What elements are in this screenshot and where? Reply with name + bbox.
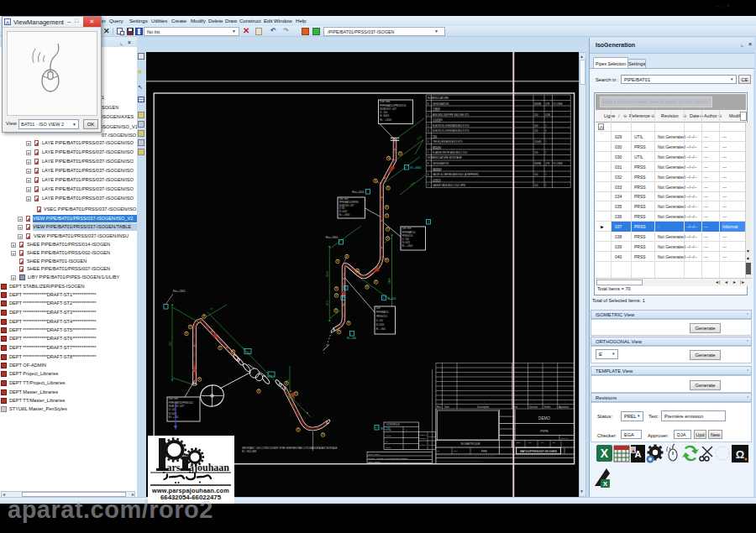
svg-text:ars: ars xyxy=(167,462,181,473)
svg-text:Traitem.: Traitem. xyxy=(420,434,427,436)
svg-text:Visuel: Visuel xyxy=(386,435,391,437)
svg-text:-: - xyxy=(449,400,449,404)
svg-text:FLANGE WN RF ANSI B16.5 150#: FLANGE WN RF ANSI B16.5 150# xyxy=(433,151,468,154)
svg-text:DESIGNATION: DESIGNATION xyxy=(433,102,449,106)
svg-text:X: X xyxy=(601,447,609,460)
svg-text:ELBOW 45 LR BW ANSI B16.9 STD: ELBOW 45 LR BW ANSI B16.9 STD xyxy=(433,129,470,133)
svg-text:TUBES: TUBES xyxy=(433,107,440,111)
svg-text:Ω: Ω xyxy=(736,448,744,461)
svg-text:Dessin : PIPE/BAT01/PRSS/037-: Dessin : PIPE/BAT01/PRSS/037-ISOGEN xyxy=(369,457,408,460)
svg-text:Dessine: Dessine xyxy=(529,405,538,409)
svg-text:PIPE/BAT01/: PIPE/BAT01/ xyxy=(402,231,416,234)
svg-text:Date : 5mm: Date : 5mm xyxy=(369,453,380,456)
svg-text:BAT01/PRSS/037-ISOGEN: BAT01/PRSS/037-ISOGEN xyxy=(520,450,557,453)
svg-text:Traitem.: Traitem. xyxy=(420,444,427,446)
svg-text:N: 0033: N: 0033 xyxy=(376,323,385,327)
svg-text:EL+340: EL+340 xyxy=(388,297,396,300)
svg-text:D: 100: D: 100 xyxy=(402,238,409,241)
svg-text:N: 0051: N: 0051 xyxy=(402,241,411,244)
svg-text:PIPE: PIPE xyxy=(481,450,487,453)
svg-text:PIPE/BAT01/PRSS: PIPE/BAT01/PRSS xyxy=(339,201,359,204)
svg-text:QTE: QTE xyxy=(545,162,550,165)
svg-text:500: 500 xyxy=(169,342,172,346)
svg-text:Dim:: Dim: xyxy=(376,306,381,310)
svg-text:3400: 3400 xyxy=(388,278,391,284)
svg-text:Par: Par xyxy=(528,442,532,443)
svg-text:EL:+4600: EL:+4600 xyxy=(411,166,422,170)
svg-text:100: 100 xyxy=(534,173,538,176)
svg-text:Rev: Rev xyxy=(437,405,442,409)
svg-text:D: 100: D: 100 xyxy=(376,319,383,322)
svg-text:EL: +2600: EL: +2600 xyxy=(402,244,413,248)
svg-text:100x80: 100x80 xyxy=(534,140,542,144)
svg-text:COUDES: COUDES xyxy=(433,118,443,122)
svg-text:ANSI B36.10M PIPE SMLS BE STD: ANSI B36.10M PIPE SMLS BE STD xyxy=(433,113,469,117)
svg-text:▲: ▲ xyxy=(631,448,636,453)
svg-text:BOLT: BOLT xyxy=(269,374,274,376)
svg-text:/PRSS/110: /PRSS/110 xyxy=(376,315,388,318)
svg-text:PIPE: PIPE xyxy=(540,429,549,433)
svg-text:DN/NB: DN/NB xyxy=(534,162,541,165)
svg-text:D: 80: D: 80 xyxy=(339,206,345,210)
svg-text:350.0: 350.0 xyxy=(326,271,329,277)
svg-text:PIPE/BAT01: PIPE/BAT01 xyxy=(376,311,389,314)
svg-text:-: - xyxy=(564,400,565,404)
svg-text:-: - xyxy=(549,400,550,404)
svg-text:50.2: 50.2 xyxy=(326,300,329,306)
svg-text:ajouhaan: ajouhaan xyxy=(189,462,229,473)
svg-text:DN/NB: DN/NB xyxy=(534,102,541,106)
svg-text:Date: Date xyxy=(517,442,521,443)
svg-text:Approuve: Approuve xyxy=(559,405,569,409)
svg-text:Dim: mm: Dim: mm xyxy=(339,197,349,201)
svg-text:N COMM.: N COMM. xyxy=(554,102,564,106)
svg-text:Description: Description xyxy=(477,405,489,409)
svg-text:NOMENCLATURE: NOMENCLATURE xyxy=(428,97,449,100)
svg-text:IMPORTANT : LES COTES DOIVENT: IMPORTANT : LES COTES DOIVENT ETRE VERIF… xyxy=(242,447,338,450)
svg-text:100: 100 xyxy=(534,124,538,128)
svg-text:PRSS/110: PRSS/110 xyxy=(402,234,413,238)
svg-text:Ress.: Ress. xyxy=(386,447,391,449)
svg-text:TEE EQ BW ANSI B16.9 STD: TEE EQ BW ANSI B16.9 STD xyxy=(433,140,463,144)
svg-text:-: - xyxy=(484,400,485,404)
svg-text:Verifie: Verifie xyxy=(544,405,551,409)
svg-text:RX: RX xyxy=(386,441,389,443)
svg-text:DESIGNATION: DESIGNATION xyxy=(433,162,449,165)
svg-text:EL: +1000: EL: +1000 xyxy=(380,118,391,122)
svg-text:N: N xyxy=(428,102,429,106)
svg-text:ECH 1:1: ECH 1:1 xyxy=(561,437,569,439)
svg-text:EL.+340: EL.+340 xyxy=(347,337,357,340)
svg-text:ELBOW 90 LR BW ANSI B16.9 STD: ELBOW 90 LR BW ANSI B16.9 STD xyxy=(433,124,470,128)
svg-text:ISOMETRIQUE: ISOMETRIQUE xyxy=(460,442,480,446)
svg-text:EL: +800: EL: +800 xyxy=(376,327,386,331)
svg-text:EC : INCLURE: EC : INCLURE xyxy=(242,450,256,453)
svg-text:100: 100 xyxy=(534,113,538,117)
svg-text:NOMENCLATURE MONTAGE: NOMENCLATURE MONTAGE xyxy=(428,156,462,159)
svg-text:BOLT: BOLT xyxy=(245,351,250,353)
svg-text:100: 100 xyxy=(534,151,538,154)
svg-text:--: -- xyxy=(569,451,570,453)
svg-text:Elev.+2840: Elev.+2840 xyxy=(173,290,186,293)
svg-text:QTE: QTE xyxy=(545,102,550,106)
svg-text:-: - xyxy=(519,400,520,404)
svg-text:EL: +200: EL: +200 xyxy=(169,415,179,419)
svg-text:N: 0042: N: 0042 xyxy=(339,210,348,213)
svg-text:-: - xyxy=(438,400,439,404)
svg-text:EL.+240: EL.+240 xyxy=(381,427,391,431)
svg-text:GASKET ANSI B16.5 150# SPW: GASKET ANSI B16.5 150# SPW xyxy=(433,184,466,187)
svg-text:X: X xyxy=(603,480,608,488)
svg-text:Elev.+5840: Elev.+5840 xyxy=(326,236,339,239)
svg-text:TES: TES xyxy=(433,135,437,138)
svg-text:VANNES: VANNES xyxy=(433,168,442,171)
svg-text:1213: 1213 xyxy=(286,379,290,384)
svg-text:JOINTS: JOINTS xyxy=(433,179,441,182)
svg-text:-: - xyxy=(534,400,535,404)
svg-text:Elev.+4200: Elev.+4200 xyxy=(352,191,365,194)
svg-text:100: 100 xyxy=(534,129,538,133)
svg-text:N COMM.: N COMM. xyxy=(554,162,564,165)
svg-text:N: N xyxy=(428,162,429,165)
svg-text:EL: +3300: EL: +3300 xyxy=(339,213,350,217)
svg-text:thermiq.: thermiq. xyxy=(420,437,427,439)
svg-text:100: 100 xyxy=(534,184,538,187)
svg-text:NUM.ISO: 037: NUM.ISO: 037 xyxy=(339,204,354,207)
svg-text:Date: Date xyxy=(444,405,449,409)
